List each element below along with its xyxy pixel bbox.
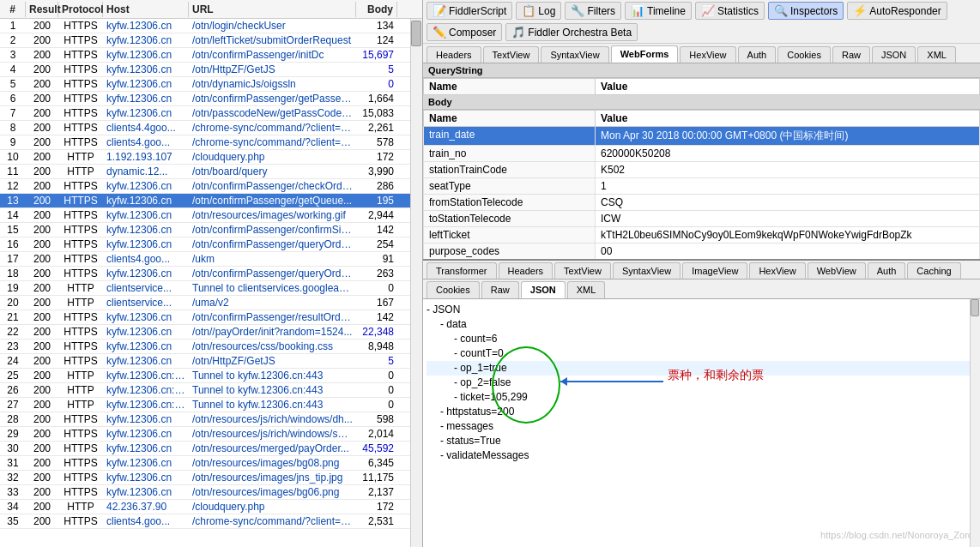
body-row[interactable]: train_no620000K50208 (424, 146, 980, 162)
lower-tab-textview[interactable]: TextView (554, 262, 611, 279)
table-row[interactable]: 9200HTTPSclients4.goo.../chrome-sync/com… (0, 135, 422, 150)
upper-tab-hexview[interactable]: HexView (680, 46, 735, 63)
json-node[interactable]: - messages (426, 419, 977, 434)
lower-tab-raw[interactable]: Raw (481, 281, 519, 298)
table-row[interactable]: 10200HTTP1.192.193.107/cloudquery.php172 (0, 150, 422, 165)
table-row[interactable]: 22200HTTPSkyfw.12306.cn/otn//payOrder/in… (0, 325, 422, 340)
upper-tab-cookies[interactable]: Cookies (777, 46, 831, 63)
body-row[interactable]: leftTicketkTtH2L0beu6SIMNoCy9oy0LEom9kek… (424, 227, 980, 243)
row-host: kyfw.12306.cn:443 (103, 398, 189, 412)
table-row[interactable]: 26200HTTPkyfw.12306.cn:443Tunnel to kyfw… (0, 383, 422, 398)
json-text: - countT=0 (454, 346, 504, 361)
table-row[interactable]: 25200HTTPkyfw.12306.cn:443Tunnel to kyfw… (0, 369, 422, 383)
body-row[interactable]: purpose_codes00 (424, 243, 980, 260)
body-row-value: Mon Apr 30 2018 00:00:00 GMT+0800 (中国标准时… (596, 127, 980, 146)
table-row[interactable]: 30200HTTPSkyfw.12306.cn/otn/resources/me… (0, 442, 422, 456)
toolbar-btn-composer[interactable]: ✏️Composer (426, 23, 502, 41)
table-row[interactable]: 32200HTTPSkyfw.12306.cn/otn/resources/im… (0, 471, 422, 485)
table-row[interactable]: 24200HTTPSkyfw.12306.cn/otn/HttpZF/GetJS… (0, 354, 422, 369)
lower-tab-hexview[interactable]: HexView (749, 262, 805, 279)
lower-tab-auth[interactable]: Auth (868, 262, 906, 279)
table-row[interactable]: 17200HTTPSclients4.goo.../ukm91 (0, 252, 422, 267)
table-row[interactable]: 33200HTTPSkyfw.12306.cn/otn/resources/im… (0, 485, 422, 500)
table-row[interactable]: 4200HTTPSkyfw.12306.cn/otn/HttpZF/GetJS5 (0, 63, 422, 77)
table-row[interactable]: 1200HTTPSkyfw.12306.cn/otn/login/checkUs… (0, 19, 422, 33)
col-header-url: URL (189, 2, 356, 17)
upper-tab-textview[interactable]: TextView (483, 46, 540, 63)
upper-tab-syntaxview[interactable]: SyntaxView (541, 46, 608, 63)
table-row[interactable]: 35200HTTPSclients4.goo.../chrome-sync/co… (0, 514, 422, 529)
table-row[interactable]: 29200HTTPSkyfw.12306.cn/otn/resources/js… (0, 427, 422, 442)
row-url: /otn/confirmPassenger/checkOrde... (189, 179, 356, 193)
json-node[interactable]: - httpstatus=200 (426, 405, 977, 419)
body-row[interactable]: stationTrainCodeK502 (424, 162, 980, 178)
table-row[interactable]: 3200HTTPSkyfw.12306.cn/otn/confirmPassen… (0, 48, 422, 63)
table-row[interactable]: 7200HTTPSkyfw.12306.cn/otn/passcodeNew/g… (0, 106, 422, 121)
json-node[interactable]: - status=True (426, 434, 977, 448)
json-node[interactable]: - countT=0 (426, 346, 977, 361)
body-table: Name Value train_dateMon Apr 30 2018 00:… (423, 110, 980, 261)
body-row[interactable]: seatType1 (424, 178, 980, 195)
row-url: /otn/confirmPassenger/confirmSin... (189, 223, 356, 237)
lower-tab-caching[interactable]: Caching (907, 262, 960, 279)
table-row[interactable]: 19200HTTPclientservice...Tunnel to clien… (0, 281, 422, 296)
body-row[interactable]: train_dateMon Apr 30 2018 00:00:00 GMT+0… (424, 127, 980, 146)
table-row[interactable]: 27200HTTPkyfw.12306.cn:443Tunnel to kyfw… (0, 398, 422, 412)
table-row[interactable]: 18200HTTPSkyfw.12306.cn/otn/confirmPasse… (0, 267, 422, 281)
toolbar-btn-autoresponder[interactable]: ⚡AutoResponder (847, 2, 947, 20)
upper-inspector: QueryString Name Value Body Name Value (423, 63, 980, 261)
table-row[interactable]: 11200HTTPdynamic.12.../otn/board/query3,… (0, 165, 422, 179)
upper-tab-headers[interactable]: Headers (426, 46, 481, 63)
lower-tab-syntaxview[interactable]: SyntaxView (613, 262, 681, 279)
table-row[interactable]: 21200HTTPSkyfw.12306.cn/otn/confirmPasse… (0, 310, 422, 325)
toolbar-btn-log[interactable]: 📋Log (516, 2, 561, 20)
table-row[interactable]: 2200HTTPSkyfw.12306.cn/otn/leftTicket/su… (0, 33, 422, 48)
lower-tab-webview[interactable]: WebView (808, 262, 866, 279)
json-node[interactable]: - ticket=105,299 (426, 390, 977, 405)
toolbar-btn-timeline[interactable]: 📊Timeline (625, 2, 692, 20)
json-node[interactable]: - count=6 (426, 332, 977, 346)
json-node[interactable]: - data (426, 317, 977, 332)
toolbar-btn-filters[interactable]: 🔧Filters (565, 2, 621, 20)
json-node[interactable]: - validateMessages (426, 448, 977, 463)
json-area[interactable]: - JSON- data- count=6- countT=0- op_1=tr… (423, 299, 980, 547)
lower-inspector: TransformerHeadersTextViewSyntaxViewImag… (423, 261, 980, 547)
table-row[interactable]: 31200HTTPSkyfw.12306.cn/otn/resources/im… (0, 456, 422, 471)
body-row[interactable]: toStationTelecodeICW (424, 211, 980, 227)
toolbar-btn-fiddlerscript[interactable]: 📝FiddlerScript (426, 2, 512, 20)
row-num: 28 (0, 412, 26, 426)
table-row[interactable]: 20200HTTPclientservice.../uma/v2167 (0, 296, 422, 310)
table-row[interactable]: 16200HTTPSkyfw.12306.cn/otn/confirmPasse… (0, 237, 422, 252)
scrollbar-thumb[interactable] (411, 21, 421, 46)
row-num: 13 (0, 194, 26, 207)
upper-tab-webforms[interactable]: WebForms (611, 45, 679, 63)
lower-tab-json[interactable]: JSON (521, 281, 566, 298)
lower-tab-transformer[interactable]: Transformer (426, 262, 497, 279)
scrollbar-track[interactable] (410, 19, 422, 547)
lower-tab-cookies[interactable]: Cookies (426, 281, 480, 298)
table-row[interactable]: 28200HTTPSkyfw.12306.cn/otn/resources/js… (0, 412, 422, 427)
table-row[interactable]: 23200HTTPSkyfw.12306.cn/otn/resources/cs… (0, 340, 422, 354)
json-node[interactable]: - JSON (426, 303, 977, 317)
table-row[interactable]: 13200HTTPSkyfw.12306.cn/otn/confirmPasse… (0, 194, 422, 208)
upper-tab-xml[interactable]: XML (917, 46, 956, 63)
table-row[interactable]: 34200HTTP42.236.37.90/cloudquery.php172 (0, 500, 422, 514)
lower-tab-headers[interactable]: Headers (499, 262, 554, 279)
upper-tab-raw[interactable]: Raw (832, 46, 870, 63)
table-row[interactable]: 14200HTTPSkyfw.12306.cn/otn/resources/im… (0, 208, 422, 223)
toolbar-btn-inspectors[interactable]: 🔍Inspectors (768, 2, 844, 20)
table-row[interactable]: 5200HTTPSkyfw.12306.cn/otn/dynamicJs/oig… (0, 77, 422, 92)
json-scrollbar[interactable] (970, 299, 980, 547)
table-row[interactable]: 8200HTTPSclients4.4goo.../chrome-sync/co… (0, 121, 422, 135)
toolbar-btn-statistics[interactable]: 📈Statistics (695, 2, 765, 20)
lower-tab-xml[interactable]: XML (567, 281, 606, 298)
body-row[interactable]: fromStationTelecodeCSQ (424, 195, 980, 211)
table-row[interactable]: 12200HTTPSkyfw.12306.cn/otn/confirmPasse… (0, 179, 422, 194)
upper-tab-json[interactable]: JSON (872, 46, 916, 63)
toolbar-btn-fiddler-orchestra-beta[interactable]: 🎵Fiddler Orchestra Beta (505, 23, 638, 41)
table-row[interactable]: 6200HTTPSkyfw.12306.cn/otn/confirmPassen… (0, 92, 422, 106)
lower-tab-imageview[interactable]: ImageView (682, 262, 747, 279)
table-row[interactable]: 15200HTTPSkyfw.12306.cn/otn/confirmPasse… (0, 223, 422, 237)
upper-tab-auth[interactable]: Auth (738, 46, 777, 63)
json-scrollbar-thumb[interactable] (971, 299, 979, 316)
